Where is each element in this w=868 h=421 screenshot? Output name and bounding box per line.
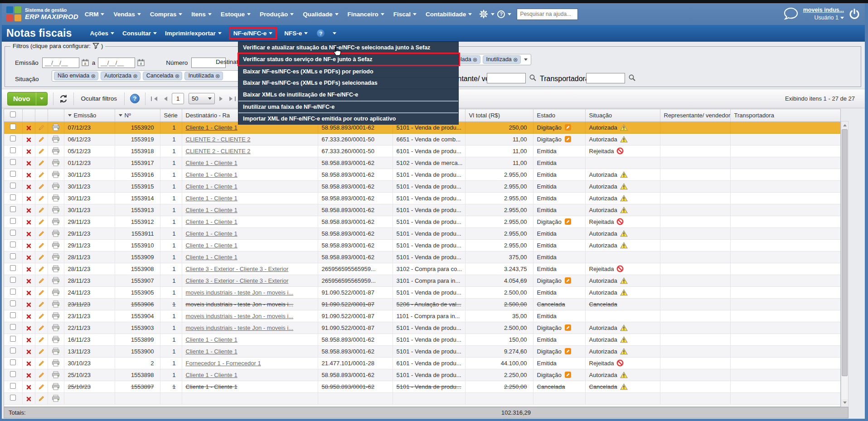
menu-imprimir-exportar[interactable]: Imprimir/exportar — [165, 30, 222, 37]
gear-icon[interactable] — [479, 10, 488, 19]
print-icon[interactable] — [48, 392, 64, 404]
dropdown-item-5[interactable]: Baixar XMLs de inutilização de NF-e/NFC-… — [238, 89, 458, 101]
row-checkbox[interactable] — [4, 145, 22, 157]
row-checkbox[interactable] — [4, 322, 22, 334]
delete-icon[interactable] — [22, 169, 35, 180]
print-icon[interactable] — [48, 369, 64, 381]
row-checkbox[interactable] — [4, 381, 22, 392]
delete-icon[interactable] — [22, 263, 35, 275]
destinatario-link[interactable]: Cliente 1 - Cliente 1 — [186, 372, 238, 378]
topnav-item-fiscal[interactable]: Fiscal — [393, 11, 417, 18]
destinatario-link[interactable]: Cliente 1 - Cliente 1 — [186, 242, 238, 249]
destinatario-link[interactable]: moveis industriais - teste Jon - moveis … — [186, 313, 294, 319]
print-icon[interactable] — [48, 133, 64, 145]
select-all-checkbox[interactable] — [4, 109, 22, 121]
page-size-select[interactable]: 50 — [189, 93, 215, 104]
edit-badge-icon[interactable] — [564, 324, 572, 331]
filter-tag-n-o-enviada[interactable]: Não enviada⊗ — [54, 72, 98, 80]
row-checkbox[interactable] — [4, 345, 22, 357]
row-checkbox[interactable] — [4, 216, 22, 227]
destinatario-link[interactable]: Cliente 1 - Cliente 1 — [186, 124, 238, 131]
table-row[interactable]: 23/11/2315539061moveis industriais - tes… — [4, 298, 841, 310]
edit-icon[interactable] — [35, 286, 48, 298]
row-checkbox[interactable] — [4, 357, 22, 369]
edit-icon[interactable] — [35, 392, 48, 404]
column-header-numero[interactable]: Nº — [115, 109, 160, 121]
print-icon[interactable] — [48, 180, 64, 192]
edit-icon[interactable] — [35, 239, 48, 251]
dropdown-item-7[interactable]: Importar XML de NF-e/NFC-e emitida por o… — [238, 112, 458, 124]
column-header-edit[interactable] — [35, 109, 48, 121]
row-checkbox[interactable] — [4, 275, 22, 286]
delete-icon[interactable] — [22, 298, 35, 310]
help-icon[interactable]: ? — [317, 29, 325, 37]
delete-icon[interactable] — [22, 192, 35, 204]
destinatario-link[interactable]: Cliente 1 - Cliente 1 — [186, 171, 238, 178]
edit-badge-icon[interactable] — [564, 124, 572, 131]
calendar-icon[interactable]: 8 — [137, 58, 145, 67]
prev-page-icon[interactable] — [162, 97, 167, 101]
novo-dropdown-caret[interactable] — [36, 92, 47, 105]
scroll-up-icon[interactable] — [841, 121, 848, 129]
destinatario-link[interactable]: moveis industriais - teste Jon - moveis … — [186, 301, 294, 308]
table-row[interactable]: 22/11/2315539031moveis industriais - tes… — [4, 322, 841, 334]
user-menu[interactable]: Usuário 1 — [803, 14, 844, 22]
power-icon[interactable] — [849, 8, 860, 20]
print-icon[interactable] — [48, 204, 64, 216]
destinatario-link[interactable]: CLIENTE 2 - CLIENTE 2 — [186, 136, 251, 143]
topnav-item-qualidade[interactable]: Qualidade — [303, 11, 338, 18]
destinatario-link[interactable]: Fornecedor 1 - Fornecedor 1 — [186, 360, 261, 367]
delete-icon[interactable] — [22, 216, 35, 227]
calendar-icon[interactable]: 8 — [81, 58, 89, 67]
print-icon[interactable] — [48, 216, 64, 227]
row-checkbox[interactable] — [4, 180, 22, 192]
novo-button[interactable]: Novo — [7, 92, 48, 106]
table-row[interactable]: 28/11/2315539081Cliente 3 - Exterior - C… — [4, 263, 841, 275]
table-row[interactable]: 29/11/2315539121Cliente 1 - Cliente 158.… — [4, 216, 841, 227]
print-icon[interactable] — [48, 357, 64, 369]
table-row[interactable]: 23/11/2315539041moveis industriais - tes… — [4, 310, 841, 322]
row-checkbox[interactable] — [4, 392, 22, 404]
destinatario-link[interactable]: Cliente 1 - Cliente 1 — [186, 383, 238, 390]
edit-icon[interactable] — [35, 133, 48, 145]
table-row[interactable]: 30/10/2321Fornecedor 1 - Fornecedor 121.… — [4, 357, 841, 369]
edit-icon[interactable] — [35, 192, 48, 204]
edit-icon[interactable] — [35, 216, 48, 227]
remove-tag-icon[interactable]: ⊗ — [91, 73, 96, 79]
search-icon[interactable] — [529, 74, 537, 83]
print-icon[interactable] — [48, 169, 64, 180]
help-caret-icon[interactable] — [333, 32, 336, 36]
row-checkbox[interactable] — [4, 121, 22, 133]
delete-icon[interactable] — [22, 275, 35, 286]
row-checkbox[interactable] — [4, 204, 22, 216]
destinatario-link[interactable]: Cliente 1 - Cliente 1 — [186, 336, 238, 343]
scrollbar-thumb[interactable] — [842, 129, 848, 376]
row-checkbox[interactable] — [4, 369, 22, 381]
row-checkbox[interactable] — [4, 227, 22, 239]
table-row[interactable]: 24/11/2315539051moveis industriais - tes… — [4, 286, 841, 298]
delete-icon[interactable] — [22, 204, 35, 216]
row-checkbox[interactable] — [4, 286, 22, 298]
print-icon[interactable] — [48, 157, 64, 169]
row-checkbox[interactable] — [4, 192, 22, 204]
help-search-input[interactable] — [517, 9, 578, 20]
edit-icon[interactable] — [35, 121, 48, 133]
delete-icon[interactable] — [22, 381, 35, 392]
delete-icon[interactable] — [22, 334, 35, 345]
tags-dropdown-caret[interactable] — [524, 58, 528, 63]
print-icon[interactable] — [48, 298, 64, 310]
column-header-transp[interactable]: Transportadora — [730, 109, 841, 121]
edit-icon[interactable] — [35, 204, 48, 216]
row-checkbox[interactable] — [4, 298, 22, 310]
delete-icon[interactable] — [22, 180, 35, 192]
print-icon[interactable] — [48, 322, 64, 334]
vertical-scrollbar[interactable] — [841, 121, 849, 407]
emissao-to-input[interactable] — [98, 58, 135, 68]
print-icon[interactable] — [48, 286, 64, 298]
user-company-link[interactable]: moveis indus... — [803, 6, 844, 14]
table-row[interactable]: 30/11/2315539131Cliente 1 - Cliente 158.… — [4, 204, 841, 216]
print-icon[interactable] — [48, 263, 64, 275]
edit-icon[interactable] — [35, 145, 48, 157]
print-icon[interactable] — [48, 310, 64, 322]
destinatario-link[interactable]: Cliente 3 - Exterior - Cliente 3 - Exter… — [186, 277, 289, 284]
